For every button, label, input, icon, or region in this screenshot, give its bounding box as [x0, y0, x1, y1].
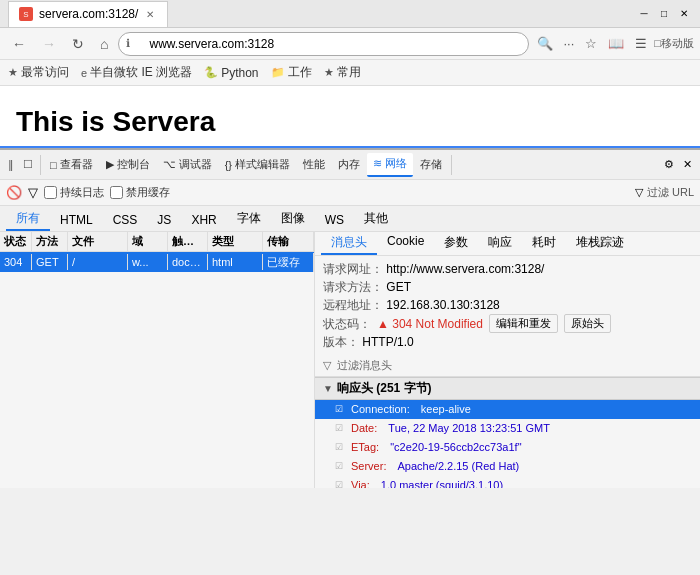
response-headers-list: ☑Connection: keep-alive☑Date: Tue, 22 Ma… [315, 400, 700, 488]
bookmark-common[interactable]: ★ 常用 [324, 64, 361, 81]
checkbox-icon-1: ☑ [335, 420, 343, 437]
dt-sep-2 [451, 155, 452, 175]
dt-close-icon[interactable]: ✕ [679, 158, 696, 171]
col-type: 类型 [208, 232, 263, 251]
storage-label: 存储 [420, 157, 442, 172]
mobile-view-label: □移动版 [654, 36, 694, 51]
console-icon: ▶ [106, 158, 114, 171]
request-method-label: 请求方法： [323, 280, 383, 294]
net-tab-html[interactable]: HTML [50, 211, 103, 231]
dt-perf-btn[interactable]: 性能 [297, 153, 331, 177]
bookmark-python[interactable]: 🐍 Python [204, 66, 258, 80]
col-domain: 域 [128, 232, 168, 251]
response-headers-title: 响应头 (251 字节) [337, 380, 432, 397]
dt-memory-btn[interactable]: 内存 [332, 153, 366, 177]
close-btn[interactable]: ✕ [676, 6, 692, 22]
response-header-row-0[interactable]: ☑Connection: keep-alive [315, 400, 700, 419]
response-header-row-1[interactable]: ☑Date: Tue, 22 May 2018 13:23:51 GMT [315, 419, 700, 438]
dt-style-btn[interactable]: {} 样式编辑器 [219, 153, 296, 177]
request-url-label: 请求网址： [323, 262, 383, 276]
preserve-log-label[interactable]: 持续日志 [44, 185, 104, 200]
debugger-icon: ⌥ [163, 158, 176, 171]
menu-btn[interactable]: ☰ [631, 34, 651, 53]
debugger-label: 调试器 [179, 157, 212, 172]
header-name-4: Via: [351, 477, 370, 488]
header-value-3: Apache/2.2.15 (Red Hat) [398, 458, 520, 475]
bookmark-ie[interactable]: e 半自微软 IE 浏览器 [81, 64, 192, 81]
bookmarks-bar: ★ 最常访问 e 半自微软 IE 浏览器 🐍 Python 📁 工作 ★ 常用 [0, 60, 700, 86]
minimize-btn[interactable]: ─ [636, 6, 652, 22]
bookmark-star-btn[interactable]: ☆ [581, 34, 601, 53]
dt-storage-btn[interactable]: 存储 [414, 153, 448, 177]
checkbox-icon-0: ☑ [335, 401, 343, 418]
response-header-row-2[interactable]: ☑ETag: "c2e20-19-56ccb2cc73a1f" [315, 438, 700, 457]
search-btn[interactable]: 🔍 [533, 34, 557, 53]
net-tab-all[interactable]: 所有 [6, 208, 50, 231]
reading-mode-btn[interactable]: 📖 [604, 34, 628, 53]
disable-cache-checkbox[interactable] [110, 186, 123, 199]
filter-arrow-icon: ▽ [323, 359, 331, 372]
network-row-1[interactable]: 304 GET / w... document html 已缓存 [0, 252, 314, 272]
detail-tab-timing[interactable]: 耗时 [522, 232, 566, 255]
detail-tab-params[interactable]: 参数 [434, 232, 478, 255]
remote-address-row: 远程地址： 192.168.30.130:3128 [323, 296, 692, 314]
header-name-3: Server: [351, 458, 386, 475]
browser-tab[interactable]: S servera.com:3128/ ✕ [8, 1, 168, 27]
net-tab-other[interactable]: 其他 [354, 208, 398, 231]
filter-icon[interactable]: ▽ [28, 185, 38, 200]
dt-debugger-btn[interactable]: ⌥ 调试器 [157, 153, 218, 177]
response-header-row-3[interactable]: ☑Server: Apache/2.2.15 (Red Hat) [315, 457, 700, 476]
devtools-toggle[interactable]: ‖ [4, 158, 18, 171]
status-code-label: 状态码： [323, 315, 371, 333]
disable-cache-text: 禁用缓存 [126, 185, 170, 200]
header-value-0: keep-alive [421, 401, 471, 418]
bookmark-label-1: 最常访问 [21, 64, 69, 81]
clear-log-icon[interactable]: 🚫 [6, 185, 22, 200]
edit-resend-btn[interactable]: 编辑和重发 [489, 314, 558, 333]
response-headers-section[interactable]: ▼ 响应头 (251 字节) [315, 377, 700, 400]
url-filter-label: 过滤 URL [647, 185, 694, 200]
row-method: GET [32, 254, 68, 270]
net-tab-image[interactable]: 图像 [271, 208, 315, 231]
detail-tab-headers[interactable]: 消息头 [321, 232, 377, 255]
devtools-pick[interactable]: ☐ [19, 158, 37, 171]
bookmark-work[interactable]: 📁 工作 [271, 64, 312, 81]
net-tab-ws[interactable]: WS [315, 211, 354, 231]
title-bar: S servera.com:3128/ ✕ ─ □ ✕ [0, 0, 700, 28]
response-header-row-4[interactable]: ☑Via: 1.0 master (squid/3.1.10) [315, 476, 700, 488]
forward-btn[interactable]: → [36, 32, 62, 56]
reload-btn[interactable]: ↻ [66, 32, 90, 56]
request-method-row: 请求方法： GET [323, 278, 692, 296]
net-tab-xhr[interactable]: XHR [181, 211, 226, 231]
more-btn[interactable]: ··· [560, 34, 579, 53]
detail-tab-response[interactable]: 响应 [478, 232, 522, 255]
dt-inspector-btn[interactable]: □ 查看器 [44, 153, 99, 177]
header-value-1: Tue, 22 May 2018 13:23:51 GMT [388, 420, 550, 437]
header-filter-bar: ▽ 过滤消息头 [315, 355, 700, 377]
detail-tab-stack[interactable]: 堆栈踪迹 [566, 232, 634, 255]
disable-cache-label[interactable]: 禁用缓存 [110, 185, 170, 200]
col-status: 状态 [0, 232, 32, 251]
network-list-header: 状态 方法 文件 域 触发... 类型 传输 [0, 232, 314, 252]
version-label: 版本： [323, 335, 359, 349]
net-tab-font[interactable]: 字体 [227, 208, 271, 231]
net-tab-css[interactable]: CSS [103, 211, 148, 231]
detail-panel: 消息头 Cookie 参数 响应 耗时 堆栈踪迹 请求网址： http://ww… [315, 232, 700, 488]
col-transfer: 传输 [263, 232, 314, 251]
back-btn[interactable]: ← [6, 32, 32, 56]
orig-head-btn[interactable]: 原始头 [564, 314, 611, 333]
network-icon: ≋ [373, 157, 382, 170]
preserve-log-checkbox[interactable] [44, 186, 57, 199]
net-tab-js[interactable]: JS [147, 211, 181, 231]
address-bar-wrap: ℹ [118, 32, 528, 56]
bookmark-zuichang[interactable]: ★ 最常访问 [8, 64, 69, 81]
dt-console-btn[interactable]: ▶ 控制台 [100, 153, 156, 177]
dt-settings-icon[interactable]: ⚙ [660, 158, 678, 171]
address-input[interactable] [118, 32, 528, 56]
tab-close-btn[interactable]: ✕ [144, 7, 156, 22]
detail-tab-cookies[interactable]: Cookie [377, 232, 434, 255]
maximize-btn[interactable]: □ [656, 6, 672, 22]
home-btn[interactable]: ⌂ [94, 32, 114, 56]
dt-network-btn[interactable]: ≋ 网络 [367, 153, 413, 177]
header-value-2: "c2e20-19-56ccb2cc73a1f" [390, 439, 521, 456]
